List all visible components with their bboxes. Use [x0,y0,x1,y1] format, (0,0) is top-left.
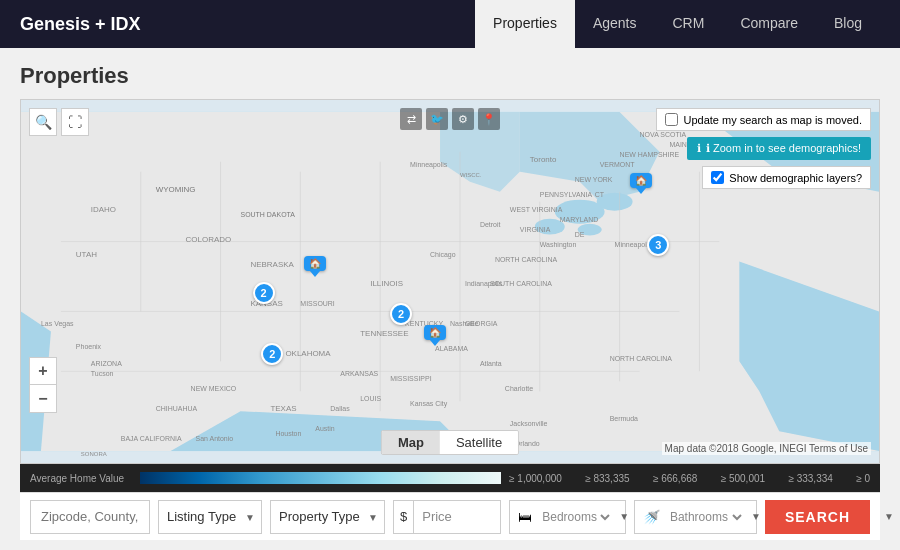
bathrooms-select[interactable]: Bathrooms 1+ 2+ 3+ [666,509,745,525]
zoom-out-btn[interactable]: − [29,385,57,413]
listing-type-select[interactable]: Listing Type For Sale For Rent [159,501,261,533]
svg-text:MISSISSIPPI: MISSISSIPPI [390,375,432,382]
svg-text:DE: DE [575,231,585,238]
svg-text:Chicago: Chicago [430,251,456,259]
svg-text:CHIHUAHUA: CHIHUAHUA [156,405,198,412]
price-select[interactable]: Price 100,000 200,000 500,000 1,000,000 [414,501,500,533]
svg-text:UTAH: UTAH [76,250,97,259]
bedrooms-wrapper: 🛏 Bedrooms 1+ 2+ 3+ 4+ ▼ [509,500,626,534]
pin-body-2: 🏠 [424,325,446,340]
price-dollar-sign: $ [394,501,414,533]
update-search-checkbox-row[interactable]: Update my search as map is moved. [656,108,871,131]
svg-text:NORTH CAROLINA: NORTH CAROLINA [610,355,673,362]
svg-text:Bermuda: Bermuda [610,415,638,422]
svg-text:IDAHO: IDAHO [91,205,116,214]
fullscreen-map-btn[interactable]: ⛶ [61,108,89,136]
map-satellite-toggle: Map Satellite [381,430,519,455]
tool-btn-2[interactable]: 🐦 [426,108,448,130]
property-type-select[interactable]: Property Type House Condo Townhouse [271,501,384,533]
svg-text:Indianapolis: Indianapolis [465,280,503,288]
tool-btn-3[interactable]: ⚙ [452,108,474,130]
map-marker-1[interactable]: 2 [253,282,275,304]
search-map-btn[interactable]: 🔍 [29,108,57,136]
svg-text:NEBRASKA: NEBRASKA [250,260,294,269]
bedrooms-select[interactable]: Bedrooms 1+ 2+ 3+ 4+ [538,509,613,525]
nav-item-compare[interactable]: Compare [722,0,816,48]
satellite-toggle-btn[interactable]: Satellite [440,431,518,454]
svg-text:Kansas City: Kansas City [410,400,448,408]
bathrooms-wrapper: 🚿 Bathrooms 1+ 2+ 3+ ▼ [634,500,757,534]
map-credit: Map data ©2018 Google, INEGI Terms of Us… [662,442,871,455]
nav-item-agents[interactable]: Agents [575,0,655,48]
map-marker-4[interactable]: 🏠 [424,325,446,346]
svg-text:ARKANSAS: ARKANSAS [340,370,378,377]
svg-text:LOUIS: LOUIS [360,395,381,402]
legend-label: Average Home Value [30,473,124,484]
page-content: Properties [0,48,900,550]
map-marker-2[interactable]: 🏠 [304,256,326,277]
svg-text:WYOMING: WYOMING [156,185,196,194]
pin-tail-2 [430,340,440,346]
map-marker-6[interactable]: 🏠 [630,173,652,194]
zoom-controls: + − [29,357,57,413]
update-search-checkbox[interactable] [665,113,678,126]
svg-text:CT: CT [595,191,605,198]
svg-text:Tucson: Tucson [91,370,114,377]
show-demographic-checkbox[interactable] [711,171,724,184]
price-wrapper: $ Price 100,000 200,000 500,000 1,000,00… [393,500,501,534]
svg-text:Washington: Washington [540,241,577,249]
map-overlay-right: Update my search as map is moved. ℹ ℹ Zo… [656,108,871,189]
svg-text:COLORADO: COLORADO [186,235,232,244]
svg-text:SOUTH DAKOTA: SOUTH DAKOTA [240,211,295,218]
svg-text:ARIZONA: ARIZONA [91,360,122,367]
main-nav: Properties Agents CRM Compare Blog [475,0,880,48]
zoom-demographics-text: ℹ Zoom in to see demographics! [706,142,861,155]
app-logo: Genesis + IDX [20,14,141,35]
svg-text:NORTH CAROLINA: NORTH CAROLINA [495,256,558,263]
svg-text:VERMONT: VERMONT [600,161,636,168]
svg-text:San Antonio: San Antonio [196,435,234,442]
tool-btn-1[interactable]: ⇄ [400,108,422,130]
svg-text:ILLINOIS: ILLINOIS [370,279,403,288]
search-button[interactable]: SEARCH [765,500,870,534]
map-container: IDAHO UTAH WYOMING COLORADO SOUTH DAKOTA… [20,99,880,464]
map-toggle-btn[interactable]: Map [382,431,440,454]
svg-text:MISSOURI: MISSOURI [300,300,335,307]
legend-val-2: ≥ 666,668 [653,473,697,484]
bath-icon: 🚿 [643,509,660,525]
legend-val-0: ≥ 1,000,000 [509,473,562,484]
pin-tail-3 [636,188,646,194]
zoom-in-btn[interactable]: + [29,357,57,385]
svg-text:WISCC.: WISCC. [460,172,482,178]
svg-text:OKLAHOMA: OKLAHOMA [285,349,331,358]
legend-bar: Average Home Value ≥ 1,000,000 ≥ 833,335… [20,464,880,492]
location-search-input[interactable] [30,500,150,534]
legend-val-5: ≥ 0 [856,473,870,484]
legend-val-3: ≥ 500,001 [721,473,765,484]
show-demographic-row[interactable]: Show demographic layers? [702,166,871,189]
bathrooms-arrow: ▼ [751,511,761,522]
svg-text:ALABAMA: ALABAMA [435,345,468,352]
update-search-label: Update my search as map is moved. [683,114,862,126]
property-type-select-wrapper: Property Type House Condo Townhouse ▼ [270,500,385,534]
tool-btn-4[interactable]: 📍 [478,108,500,130]
svg-text:VIRGINIA: VIRGINIA [520,226,551,233]
bed-icon: 🛏 [518,509,532,525]
nav-item-crm[interactable]: CRM [654,0,722,48]
legend-val-4: ≥ 333,334 [788,473,832,484]
zoom-demographics-banner: ℹ ℹ Zoom in to see demographics! [687,137,871,160]
zoom-demographics-icon: ℹ [697,142,701,155]
svg-text:Nashville: Nashville [450,320,478,327]
legend-values: ≥ 1,000,000 ≥ 833,335 ≥ 666,668 ≥ 500,00… [509,473,870,484]
nav-item-blog[interactable]: Blog [816,0,880,48]
map-tools: ⇄ 🐦 ⚙ 📍 [400,108,500,130]
nav-item-properties[interactable]: Properties [475,0,575,48]
pin-tail [310,271,320,277]
svg-text:NEW MEXICO: NEW MEXICO [191,385,237,392]
svg-text:Austin: Austin [315,425,334,432]
svg-text:Dallas: Dallas [330,405,350,412]
legend-val-1: ≥ 833,335 [585,473,629,484]
svg-text:Atlanta: Atlanta [480,360,502,367]
listing-type-select-wrapper: Listing Type For Sale For Rent ▼ [158,500,262,534]
svg-text:WEST VIRGINIA: WEST VIRGINIA [510,206,563,213]
